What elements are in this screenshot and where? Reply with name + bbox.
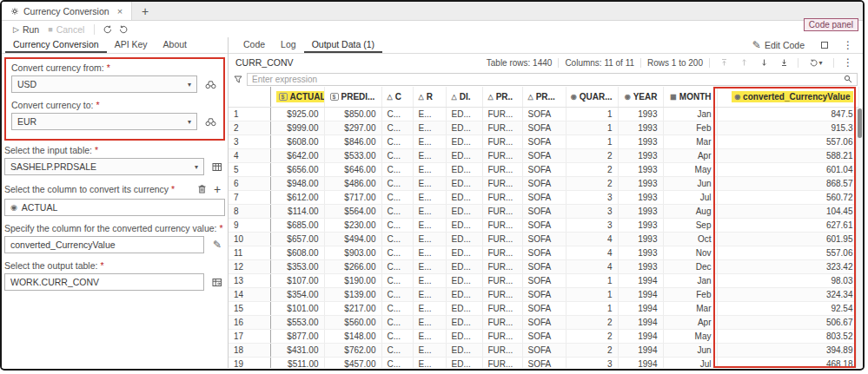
tab-api-key[interactable]: API Key [107,37,156,53]
data-cell[interactable]: $139.00 [324,287,381,301]
edit-column-name-button[interactable]: ✎ [209,238,225,252]
data-cell[interactable]: ED... [446,315,482,329]
document-tab-currency-conversion[interactable]: Currency Conversion × [2,2,132,20]
data-cell[interactable]: 1994 [618,343,663,357]
reset-step-button[interactable] [100,23,116,36]
data-cell[interactable]: ED... [446,218,482,232]
delete-column-button[interactable] [194,182,209,196]
data-cell[interactable]: 4 [566,246,618,259]
previous-page-button[interactable] [736,56,752,69]
data-cell[interactable]: 1993 [618,246,663,259]
data-cell[interactable]: Jun [663,343,717,357]
data-cell[interactable]: SOFA [522,357,566,368]
data-cell[interactable]: $511.00 [270,357,324,368]
data-cell[interactable]: ED... [446,107,482,121]
data-cell[interactable]: $553.00 [270,315,324,329]
next-page-button[interactable] [756,56,772,69]
data-cell[interactable]: 1993 [618,121,663,135]
data-cell[interactable]: SOFA [522,259,566,273]
data-cell[interactable]: C... [381,190,413,204]
row-number-cell[interactable]: 11 [229,246,270,259]
data-cell[interactable]: E... [413,343,446,357]
column-header-year[interactable]: ◉YEAR [618,87,663,107]
data-cell[interactable]: ED... [446,287,482,301]
data-cell[interactable]: E... [413,273,446,287]
row-number-cell[interactable]: 12 [229,259,270,273]
data-cell[interactable]: SOFA [522,107,566,121]
data-cell[interactable]: Jul [663,357,717,368]
row-number-cell[interactable]: 10 [229,232,270,246]
data-cell[interactable]: ED... [446,204,482,218]
data-cell[interactable]: 1994 [618,301,663,315]
data-cell[interactable]: ED... [446,329,482,343]
data-cell[interactable]: $431.00 [270,343,324,357]
data-cell[interactable]: E... [413,204,446,218]
row-number-cell[interactable]: 16 [229,315,270,329]
data-cell[interactable]: C... [381,343,413,357]
data-cell[interactable]: $608.00 [270,246,324,259]
data-cell[interactable]: SOFA [522,148,566,162]
data-cell[interactable]: $354.00 [270,287,324,301]
column-header-actual[interactable]: $ACTUAL [270,87,324,107]
data-cell[interactable]: $190.00 [324,273,381,287]
data-cell[interactable]: 601.95 [717,232,858,246]
data-cell[interactable]: $850.00 [324,107,381,121]
data-cell[interactable]: Feb [663,287,717,301]
tab-currency-conversion[interactable]: Currency Conversion [5,37,107,53]
data-cell[interactable]: SOFA [522,135,566,148]
data-cell[interactable]: SOFA [522,176,566,190]
column-header-r[interactable]: △R [413,87,446,107]
row-number-cell[interactable]: 1 [229,107,270,121]
data-cell[interactable]: 803.52 [717,329,858,343]
selected-column-field[interactable]: ◉ ACTUAL [4,199,225,216]
data-cell[interactable]: ED... [446,148,482,162]
row-number-cell[interactable]: 19 [229,357,270,368]
data-cell[interactable]: $564.00 [324,204,381,218]
data-cell[interactable]: $685.00 [270,218,324,232]
data-cell[interactable]: 1993 [618,148,663,162]
data-cell[interactable]: Jan [663,273,717,287]
data-cell[interactable]: $297.00 [324,121,381,135]
data-cell[interactable]: 1 [566,287,618,301]
data-cell[interactable]: C... [381,232,413,246]
select-output-table-button[interactable] [209,275,225,289]
data-cell[interactable]: SOFA [522,315,566,329]
scrollbar-thumb[interactable] [858,108,862,138]
data-cell[interactable]: $999.00 [270,121,324,135]
data-cell[interactable]: E... [413,329,446,343]
row-number-cell[interactable]: 8 [229,204,270,218]
row-number-cell[interactable]: 6 [229,176,270,190]
data-cell[interactable]: 588.21 [717,148,858,162]
row-number-cell[interactable]: 7 [229,190,270,204]
data-cell[interactable]: 4 [566,232,618,246]
data-cell[interactable]: $107.00 [270,273,324,287]
data-cell[interactable]: E... [413,357,446,368]
row-number-cell[interactable]: 17 [229,329,270,343]
data-cell[interactable]: 324.34 [717,287,858,301]
data-cell[interactable]: E... [413,287,446,301]
data-cell[interactable]: $642.00 [270,148,324,162]
column-header-month[interactable]: ▦MONTH [663,87,717,107]
data-cell[interactable]: E... [413,162,446,176]
data-cell[interactable]: FUR... [482,287,522,301]
go-last-page-button[interactable] [776,56,792,69]
data-cell[interactable]: 2 [566,315,618,329]
data-cell[interactable]: FUR... [482,190,522,204]
select-input-table-button[interactable] [209,160,225,174]
data-cell[interactable]: 394.89 [717,343,858,357]
data-cell[interactable]: Apr [663,315,717,329]
tab-output-data[interactable]: Output Data (1) [304,37,382,53]
data-cell[interactable]: 1994 [618,273,663,287]
data-cell[interactable]: C... [381,287,413,301]
data-cell[interactable]: 1993 [618,190,663,204]
data-cell[interactable]: $925.00 [270,107,324,121]
data-cell[interactable]: FUR... [482,343,522,357]
data-cell[interactable]: $846.00 [324,135,381,148]
data-cell[interactable]: Apr [663,148,717,162]
data-cell[interactable]: SOFA [522,190,566,204]
data-cell[interactable]: C... [381,315,413,329]
data-cell[interactable]: SOFA [522,121,566,135]
data-cell[interactable]: 601.04 [717,162,858,176]
data-cell[interactable]: ED... [446,232,482,246]
data-cell[interactable]: FUR... [482,329,522,343]
